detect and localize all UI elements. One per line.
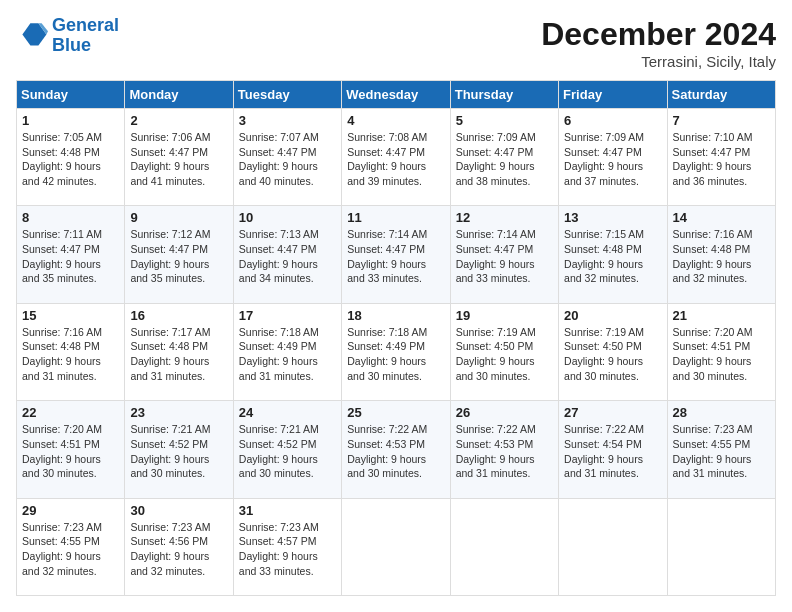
day-info: Sunrise: 7:09 AMSunset: 4:47 PMDaylight:…	[564, 130, 661, 189]
info-line: Daylight: 9 hours	[239, 160, 318, 172]
day-number: 25	[347, 405, 444, 420]
info-line: Daylight: 9 hours	[456, 453, 535, 465]
col-thursday: Thursday	[450, 81, 558, 109]
info-line: Daylight: 9 hours	[347, 355, 426, 367]
day-info: Sunrise: 7:12 AMSunset: 4:47 PMDaylight:…	[130, 227, 227, 286]
table-row: 15Sunrise: 7:16 AMSunset: 4:48 PMDayligh…	[17, 303, 125, 400]
table-row: 25Sunrise: 7:22 AMSunset: 4:53 PMDayligh…	[342, 401, 450, 498]
info-line: Sunrise: 7:23 AM	[673, 423, 753, 435]
info-line: Daylight: 9 hours	[22, 258, 101, 270]
info-line: Sunrise: 7:21 AM	[239, 423, 319, 435]
day-number: 5	[456, 113, 553, 128]
info-line: Sunset: 4:47 PM	[456, 243, 534, 255]
info-line: Daylight: 9 hours	[673, 258, 752, 270]
day-info: Sunrise: 7:20 AMSunset: 4:51 PMDaylight:…	[22, 422, 119, 481]
info-line: Sunrise: 7:21 AM	[130, 423, 210, 435]
table-row: 8Sunrise: 7:11 AMSunset: 4:47 PMDaylight…	[17, 206, 125, 303]
info-line: Sunrise: 7:18 AM	[347, 326, 427, 338]
info-line: Sunrise: 7:10 AM	[673, 131, 753, 143]
info-line: Daylight: 9 hours	[130, 550, 209, 562]
table-row: 24Sunrise: 7:21 AMSunset: 4:52 PMDayligh…	[233, 401, 341, 498]
day-number: 9	[130, 210, 227, 225]
table-row: 4Sunrise: 7:08 AMSunset: 4:47 PMDaylight…	[342, 109, 450, 206]
day-info: Sunrise: 7:08 AMSunset: 4:47 PMDaylight:…	[347, 130, 444, 189]
info-line: Daylight: 9 hours	[22, 355, 101, 367]
day-number: 7	[673, 113, 770, 128]
day-number: 3	[239, 113, 336, 128]
info-line: Sunrise: 7:22 AM	[456, 423, 536, 435]
info-line: Sunrise: 7:20 AM	[673, 326, 753, 338]
info-line: Sunset: 4:48 PM	[22, 340, 100, 352]
info-line: Sunset: 4:49 PM	[239, 340, 317, 352]
table-row: 22Sunrise: 7:20 AMSunset: 4:51 PMDayligh…	[17, 401, 125, 498]
info-line: Sunrise: 7:15 AM	[564, 228, 644, 240]
info-line: and 39 minutes.	[347, 175, 422, 187]
info-line: and 35 minutes.	[22, 272, 97, 284]
info-line: Sunset: 4:47 PM	[239, 243, 317, 255]
day-info: Sunrise: 7:10 AMSunset: 4:47 PMDaylight:…	[673, 130, 770, 189]
day-info: Sunrise: 7:22 AMSunset: 4:53 PMDaylight:…	[347, 422, 444, 481]
col-saturday: Saturday	[667, 81, 775, 109]
day-number: 28	[673, 405, 770, 420]
info-line: and 33 minutes.	[239, 565, 314, 577]
calendar-row: 15Sunrise: 7:16 AMSunset: 4:48 PMDayligh…	[17, 303, 776, 400]
table-row: 17Sunrise: 7:18 AMSunset: 4:49 PMDayligh…	[233, 303, 341, 400]
location: Terrasini, Sicily, Italy	[541, 53, 776, 70]
day-number: 13	[564, 210, 661, 225]
title-area: December 2024 Terrasini, Sicily, Italy	[541, 16, 776, 70]
info-line: Sunset: 4:53 PM	[347, 438, 425, 450]
info-line: Sunrise: 7:16 AM	[22, 326, 102, 338]
day-info: Sunrise: 7:21 AMSunset: 4:52 PMDaylight:…	[239, 422, 336, 481]
info-line: and 37 minutes.	[564, 175, 639, 187]
table-row: 29Sunrise: 7:23 AMSunset: 4:55 PMDayligh…	[17, 498, 125, 595]
day-number: 16	[130, 308, 227, 323]
day-info: Sunrise: 7:15 AMSunset: 4:48 PMDaylight:…	[564, 227, 661, 286]
table-row: 6Sunrise: 7:09 AMSunset: 4:47 PMDaylight…	[559, 109, 667, 206]
info-line: and 38 minutes.	[456, 175, 531, 187]
info-line: and 30 minutes.	[347, 467, 422, 479]
day-number: 1	[22, 113, 119, 128]
info-line: and 31 minutes.	[130, 370, 205, 382]
day-number: 8	[22, 210, 119, 225]
info-line: Sunset: 4:47 PM	[130, 146, 208, 158]
logo-line1: General	[52, 15, 119, 35]
info-line: Sunset: 4:50 PM	[456, 340, 534, 352]
info-line: and 31 minutes.	[22, 370, 97, 382]
table-row: 3Sunrise: 7:07 AMSunset: 4:47 PMDaylight…	[233, 109, 341, 206]
table-row	[559, 498, 667, 595]
info-line: Sunrise: 7:09 AM	[564, 131, 644, 143]
info-line: and 30 minutes.	[673, 370, 748, 382]
table-row: 9Sunrise: 7:12 AMSunset: 4:47 PMDaylight…	[125, 206, 233, 303]
day-number: 6	[564, 113, 661, 128]
info-line: and 30 minutes.	[564, 370, 639, 382]
day-info: Sunrise: 7:22 AMSunset: 4:54 PMDaylight:…	[564, 422, 661, 481]
info-line: and 31 minutes.	[239, 370, 314, 382]
day-number: 11	[347, 210, 444, 225]
info-line: Daylight: 9 hours	[22, 550, 101, 562]
day-number: 14	[673, 210, 770, 225]
table-row: 16Sunrise: 7:17 AMSunset: 4:48 PMDayligh…	[125, 303, 233, 400]
info-line: Daylight: 9 hours	[347, 453, 426, 465]
info-line: Sunset: 4:50 PM	[564, 340, 642, 352]
day-info: Sunrise: 7:17 AMSunset: 4:48 PMDaylight:…	[130, 325, 227, 384]
info-line: and 34 minutes.	[239, 272, 314, 284]
day-info: Sunrise: 7:23 AMSunset: 4:55 PMDaylight:…	[673, 422, 770, 481]
table-row: 10Sunrise: 7:13 AMSunset: 4:47 PMDayligh…	[233, 206, 341, 303]
calendar-row: 1Sunrise: 7:05 AMSunset: 4:48 PMDaylight…	[17, 109, 776, 206]
info-line: Sunset: 4:47 PM	[22, 243, 100, 255]
info-line: Sunrise: 7:23 AM	[130, 521, 210, 533]
info-line: Sunset: 4:52 PM	[239, 438, 317, 450]
logo-icon	[16, 20, 48, 52]
info-line: and 30 minutes.	[456, 370, 531, 382]
table-row	[667, 498, 775, 595]
info-line: Sunset: 4:56 PM	[130, 535, 208, 547]
table-row: 13Sunrise: 7:15 AMSunset: 4:48 PMDayligh…	[559, 206, 667, 303]
table-row: 26Sunrise: 7:22 AMSunset: 4:53 PMDayligh…	[450, 401, 558, 498]
info-line: Sunrise: 7:08 AM	[347, 131, 427, 143]
table-row: 28Sunrise: 7:23 AMSunset: 4:55 PMDayligh…	[667, 401, 775, 498]
info-line: Daylight: 9 hours	[673, 453, 752, 465]
day-info: Sunrise: 7:11 AMSunset: 4:47 PMDaylight:…	[22, 227, 119, 286]
calendar-row: 29Sunrise: 7:23 AMSunset: 4:55 PMDayligh…	[17, 498, 776, 595]
page: General Blue December 2024 Terrasini, Si…	[0, 0, 792, 612]
info-line: and 41 minutes.	[130, 175, 205, 187]
